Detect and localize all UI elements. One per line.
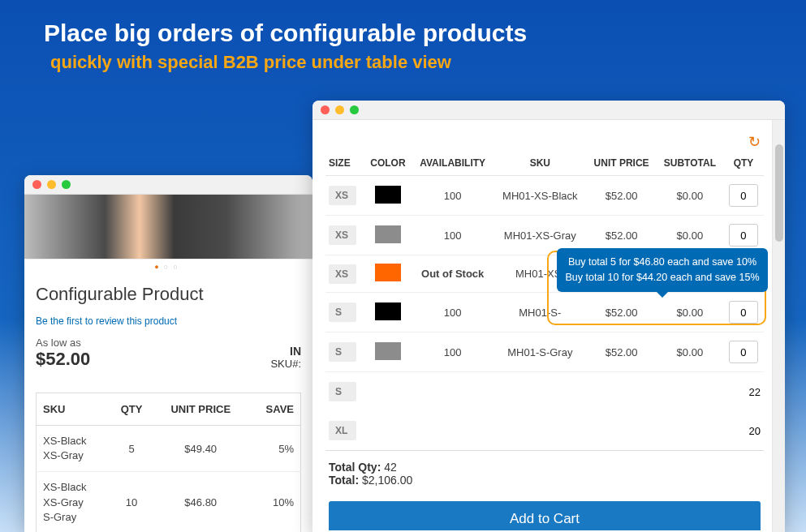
- color-swatch[interactable]: [375, 302, 401, 320]
- unit-price: $52.00: [586, 176, 656, 216]
- tier-save: 10%: [248, 472, 301, 532]
- qty-input[interactable]: [729, 184, 758, 207]
- qty-input[interactable]: [729, 341, 758, 363]
- size-summary-row: S22: [325, 372, 764, 411]
- maximize-icon[interactable]: [62, 180, 71, 189]
- tier-save: 5%: [248, 426, 301, 472]
- size-option[interactable]: S: [329, 342, 356, 362]
- col-availability: AVAILABILITY: [412, 151, 494, 176]
- col-save: SAVE: [248, 393, 301, 426]
- refresh-icon[interactable]: ↻: [325, 133, 764, 151]
- grid-window: ↻ SIZE COLOR AVAILABILITY SKU UNIT PRICE…: [312, 101, 785, 532]
- col-sku: SKU: [494, 151, 586, 176]
- totals: Total Qty: 42 Total: $2,106.00: [325, 450, 764, 493]
- product-price: $52.00: [36, 349, 90, 370]
- close-icon[interactable]: [32, 180, 41, 189]
- col-size: SIZE: [325, 151, 364, 176]
- tier-unit: $46.80: [154, 472, 248, 532]
- total-value: $2,106.00: [362, 474, 412, 487]
- col-sku: SKU: [37, 393, 110, 426]
- subtotal: $0.00: [657, 332, 723, 372]
- col-unit: UNIT PRICE: [154, 393, 248, 426]
- titlebar: [24, 175, 312, 195]
- scrollbar-thumb[interactable]: [775, 144, 783, 242]
- unit-price: $52.00: [586, 332, 656, 372]
- price-tooltip: Buy total 5 for $46.80 each and save 10%…: [557, 248, 768, 292]
- product-window: ●○○ Configurable Product Be the first to…: [24, 175, 312, 532]
- size-option[interactable]: XS: [329, 264, 356, 284]
- availability: 100: [412, 293, 494, 332]
- grid-row: S100MH01-S-$52.00$0.00Buy total 5 for $4…: [325, 293, 764, 332]
- qty-cell: Buy total 5 for $46.80 each and save 10%…: [723, 293, 764, 332]
- qty-cell: [723, 332, 764, 372]
- close-icon[interactable]: [321, 105, 330, 114]
- maximize-icon[interactable]: [350, 105, 359, 114]
- size-option[interactable]: XS: [329, 186, 356, 205]
- qty-input[interactable]: [729, 301, 758, 324]
- col-color: COLOR: [364, 151, 412, 176]
- carousel-dot[interactable]: ○: [164, 263, 173, 271]
- subtotal: $0.00: [657, 293, 723, 332]
- tooltip-line: Buy total 5 for $46.80 each and save 10%: [565, 255, 760, 270]
- size-option[interactable]: XL: [329, 421, 356, 440]
- product-image: [24, 195, 312, 260]
- subtotal: $0.00: [657, 176, 723, 216]
- sku-label: SKU#:: [270, 358, 301, 370]
- minimize-icon[interactable]: [335, 105, 344, 114]
- add-to-cart-button[interactable]: Add to Cart: [329, 501, 761, 530]
- size-option[interactable]: XS: [329, 225, 356, 245]
- tier-qty: 10: [110, 472, 154, 532]
- color-swatch[interactable]: [375, 264, 401, 281]
- product-title: Configurable Product: [36, 284, 301, 305]
- grid-row: S100MH01-S-Gray$52.00$0.00: [325, 332, 764, 372]
- tier-qty: 5: [110, 426, 154, 472]
- total-label: Total:: [329, 474, 359, 487]
- carousel-dot-active[interactable]: ●: [154, 263, 163, 271]
- size-option[interactable]: S: [329, 302, 356, 322]
- color-swatch[interactable]: [375, 186, 401, 204]
- tier-sku: XS-BlackXS-GrayS-Gray: [37, 472, 110, 532]
- availability: Out of Stock: [412, 255, 494, 293]
- as-low-as-label: As low as: [36, 337, 90, 349]
- unit-price: $52.00: [586, 293, 656, 332]
- headline: Place big orders of configurable product…: [44, 19, 527, 47]
- size-count: 22: [749, 386, 761, 398]
- col-unit-price: UNIT PRICE: [586, 151, 656, 176]
- scrollbar[interactable]: [772, 120, 785, 532]
- availability: 100: [412, 176, 494, 216]
- size-summary-row: XL20: [325, 411, 764, 450]
- titlebar: [312, 101, 785, 120]
- color-swatch[interactable]: [375, 342, 401, 360]
- col-subtotal: SUBTOTAL: [657, 151, 723, 176]
- col-qty: QTY: [723, 151, 764, 176]
- tier-row: XS-BlackXS-Gray5$49.405%: [37, 426, 301, 472]
- sku-value: MH01-S-Gray: [494, 332, 586, 372]
- tier-price-table: SKU QTY UNIT PRICE SAVE XS-BlackXS-Gray5…: [36, 393, 301, 532]
- size-option[interactable]: S: [329, 382, 356, 401]
- review-link[interactable]: Be the first to review this product: [36, 315, 177, 327]
- total-qty-value: 42: [384, 461, 397, 474]
- product-grid: SIZE COLOR AVAILABILITY SKU UNIT PRICE S…: [325, 151, 764, 372]
- tier-unit: $49.40: [154, 426, 248, 472]
- qty-cell: [723, 176, 764, 216]
- carousel-dots[interactable]: ●○○: [24, 260, 312, 274]
- stock-status: IN: [290, 345, 301, 358]
- subheadline: quickly with special B2B price under tab…: [50, 52, 451, 73]
- sku-value: MH01-XS-Black: [494, 176, 586, 216]
- tier-row: XS-BlackXS-GrayS-Gray10$46.8010%: [37, 472, 301, 532]
- grid-row: XS100MH01-XS-Black$52.00$0.00: [325, 176, 764, 216]
- carousel-dot[interactable]: ○: [173, 263, 182, 271]
- qty-input[interactable]: [729, 224, 758, 247]
- color-swatch[interactable]: [375, 225, 401, 243]
- availability: 100: [412, 332, 494, 372]
- tooltip-line: Buy total 10 for $44.20 each and save 15…: [565, 270, 760, 285]
- availability: 100: [412, 216, 494, 255]
- sku-value: MH01-S-: [494, 293, 586, 332]
- col-qty: QTY: [110, 393, 154, 426]
- tier-sku: XS-BlackXS-Gray: [37, 426, 110, 472]
- minimize-icon[interactable]: [47, 180, 56, 189]
- size-count: 20: [749, 425, 761, 437]
- total-qty-label: Total Qty:: [329, 461, 381, 474]
